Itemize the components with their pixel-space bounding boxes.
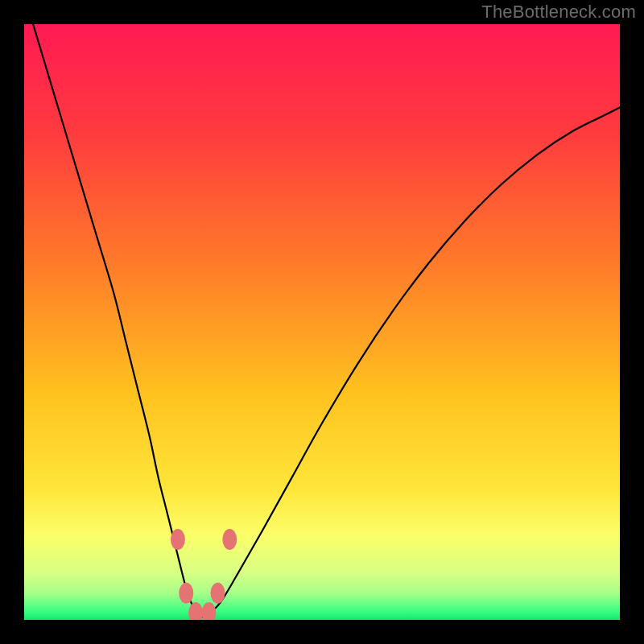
marker-m5 [211,583,225,604]
marker-m6 [222,529,237,550]
marker-m3 [188,602,203,623]
marker-m2 [179,583,193,604]
marker-m1 [171,529,185,550]
marker-m4 [201,602,216,623]
chart-frame: TheBottleneck.com [0,0,644,644]
plot-background [24,24,620,620]
chart-canvas [0,0,644,644]
